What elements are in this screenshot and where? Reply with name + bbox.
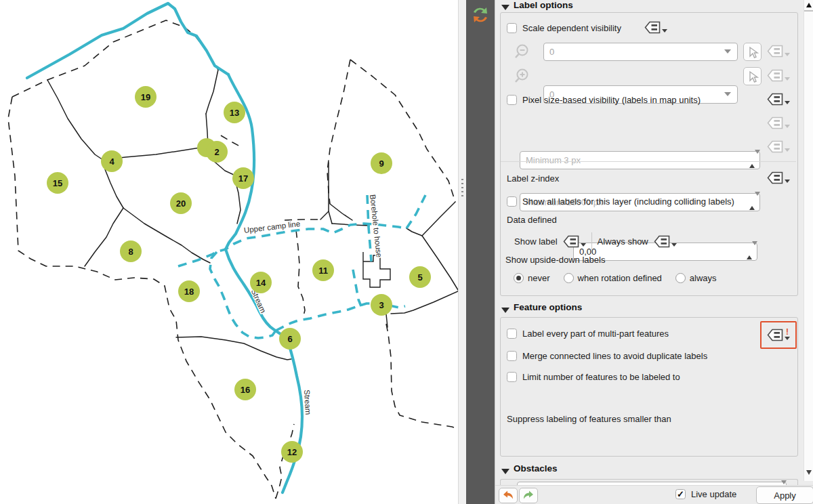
pixel-size-override-button[interactable]	[767, 93, 790, 106]
scroll-down-icon[interactable]	[806, 470, 812, 475]
label-options-collapse-icon[interactable]	[501, 1, 509, 12]
section-title-obstacles: Obstacles	[514, 463, 558, 474]
min-pixel-spinbox[interactable]	[520, 151, 760, 169]
merge-lines-label: Merge connected lines to avoid duplicate…	[522, 351, 707, 361]
multipart-row: Label every part of multi-part features	[507, 329, 669, 339]
scroll-up-icon[interactable]	[806, 3, 812, 7]
max-scale-set-to-canvas-button[interactable]	[743, 67, 762, 85]
data-defined-title: Data defined	[507, 215, 557, 225]
show-all-labels-checkbox[interactable]	[507, 196, 517, 207]
z-index-label: Label z-index	[507, 173, 559, 184]
map-label-number: 15	[53, 178, 62, 188]
always-show-label: Always show	[598, 236, 648, 247]
multipart-override-button[interactable]: !	[767, 329, 790, 341]
scrollbar-thumb-edge	[804, 10, 813, 12]
map-label-number: 13	[230, 108, 239, 118]
multipart-label: Label every part of multi-part features	[522, 329, 669, 339]
obstacles-collapse-icon[interactable]	[501, 465, 509, 476]
limit-features-checkbox[interactable]	[507, 372, 517, 382]
min-scale-dropdown-arrow[interactable]	[724, 49, 731, 54]
map-label-number: 4	[109, 156, 114, 167]
stream-lower-label: Stream	[303, 390, 312, 415]
map-label-number: 12	[287, 447, 297, 457]
max-pixel-override-button[interactable]	[767, 140, 790, 153]
map-label-number: 19	[141, 92, 150, 102]
scale-dependent-checkbox[interactable]	[507, 23, 517, 33]
upside-down-title: Show upside-down labels	[505, 255, 605, 265]
show-label-label: Show label	[514, 236, 558, 247]
zoom-in-icon	[513, 68, 530, 85]
section-title-label-options: Label options	[514, 0, 573, 10]
map-drawing: Upper camp line Borehole to house Stream…	[0, 0, 458, 504]
radio-never[interactable]	[514, 273, 524, 283]
section-title-feature-options: Feature options	[514, 302, 582, 312]
multipart-override-highlight: !	[760, 321, 797, 349]
radio-always[interactable]	[675, 273, 686, 283]
min-scale-combobox[interactable]: 0	[543, 43, 738, 61]
pixel-size-row: Pixel size-based visibility (labels in m…	[507, 95, 701, 105]
suppress-label: Suppress labeling of features smaller th…	[507, 414, 671, 424]
splitter-handle[interactable]	[461, 179, 463, 196]
map-label-number: 18	[184, 287, 194, 297]
live-update-checkbox[interactable]: ✓	[675, 489, 686, 499]
undo-button[interactable]	[499, 488, 518, 503]
zoom-out-icon	[513, 43, 530, 61]
pixel-size-checkbox[interactable]	[507, 95, 517, 105]
feature-options-collapse-icon[interactable]	[501, 304, 509, 314]
merge-lines-checkbox[interactable]	[507, 351, 517, 361]
upside-down-radio-group: never when rotation defined always	[514, 273, 717, 283]
labeling-settings-panel: Label options Scale dependent visibility…	[495, 0, 813, 504]
show-label-override-button[interactable]	[563, 235, 586, 248]
min-scale-value: 0	[549, 47, 554, 57]
group-divider	[501, 161, 796, 162]
min-pixel-override-button[interactable]	[767, 117, 790, 129]
map-label-number: 16	[241, 385, 250, 395]
map-label-number: 6	[287, 334, 292, 344]
scale-dependent-override-button[interactable]	[644, 21, 667, 34]
radio-always-label: always	[690, 273, 717, 283]
max-scale-dropdown-arrow[interactable]	[724, 92, 731, 96]
panel-footer: ✓ Live update Apply	[495, 485, 813, 504]
z-index-override-button[interactable]	[767, 171, 790, 184]
override-warning-icon: !	[786, 329, 789, 335]
radio-never-label: never	[528, 273, 550, 283]
merge-lines-row: Merge connected lines to avoid duplicate…	[507, 351, 707, 361]
min-scale-set-to-canvas-button[interactable]	[743, 43, 762, 61]
map-label-number: 3	[379, 300, 383, 310]
show-all-labels-label: Show all labels for this layer (includin…	[522, 196, 734, 207]
data-defined-separator	[591, 232, 592, 250]
map-label-number: 11	[318, 266, 328, 276]
min-pixel-input[interactable]	[520, 151, 760, 169]
apply-button[interactable]: Apply	[756, 486, 813, 504]
pixel-size-label: Pixel size-based visibility (labels in m…	[522, 95, 701, 105]
radio-rotation-label: when rotation defined	[578, 273, 662, 283]
auto-apply-arrows-icon[interactable]	[470, 4, 491, 28]
map-label-number: 8	[128, 247, 133, 257]
map-label-number: 5	[417, 272, 422, 282]
pipe-dashed-lines	[178, 195, 425, 338]
stream-lines	[27, 3, 302, 492]
always-show-override-button[interactable]	[654, 235, 677, 248]
multipart-checkbox[interactable]	[507, 329, 517, 339]
live-update-row: ✓ Live update	[675, 489, 736, 499]
panel-scrollbar[interactable]	[804, 0, 813, 481]
map-label-number: 9	[379, 159, 383, 169]
live-update-label: Live update	[691, 489, 736, 499]
min-scale-override-button[interactable]	[767, 45, 790, 58]
redo-button[interactable]	[519, 488, 538, 503]
parcel-solid-lines	[47, 70, 458, 360]
scale-dependent-row: Scale dependent visibility	[507, 23, 621, 33]
qgis-labeling-window: Upper camp line Borehole to house Stream…	[0, 0, 813, 504]
max-scale-override-button[interactable]	[767, 69, 790, 82]
scale-dependent-label: Scale dependent visibility	[522, 23, 621, 33]
map-label-number: 2	[214, 147, 219, 157]
map-label-number: 17	[238, 173, 248, 184]
limit-features-row: Limit number of features to be labeled t…	[507, 372, 680, 382]
radio-when-rotation-defined[interactable]	[564, 273, 574, 283]
map-label-number: 14	[256, 278, 266, 288]
limit-features-label: Limit number of features to be labeled t…	[522, 372, 680, 382]
boundary-dashed-lines	[8, 20, 458, 499]
map-label-number: 20	[176, 198, 186, 209]
map-canvas[interactable]: Upper camp line Borehole to house Stream…	[0, 0, 458, 504]
side-toolstrip	[466, 0, 495, 504]
